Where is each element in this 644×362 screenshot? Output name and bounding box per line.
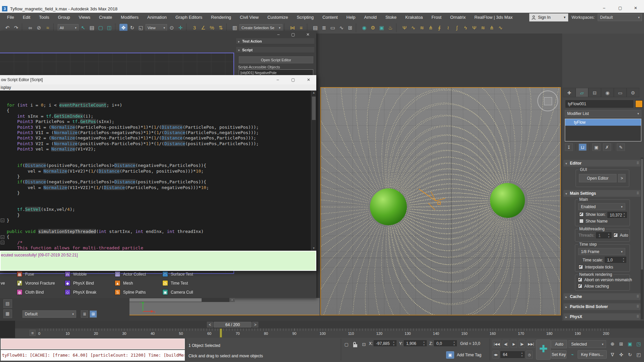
previous-frame-icon[interactable]: ◀| xyxy=(502,340,509,348)
code-editor[interactable]: for (int i = 0; i < eventParticleCount; … xyxy=(0,90,316,251)
drag-handle-icon[interactable] xyxy=(637,160,639,167)
tab-hierarchy[interactable]: ⊟ xyxy=(588,88,601,97)
window-close-button[interactable]: ✕ xyxy=(631,5,641,11)
menu-item-ornatrix[interactable]: Ornatrix xyxy=(446,13,470,22)
depot-item-actor-collect[interactable]: ◫Actor Collect xyxy=(115,269,146,279)
fold-marker[interactable]: – xyxy=(1,219,4,222)
render-setup-icon[interactable]: ⚙ xyxy=(369,24,377,32)
drag-handle-icon[interactable] xyxy=(637,190,639,197)
show-name-checkbox[interactable] xyxy=(579,219,584,223)
plugin-icon-10[interactable]: ≋ xyxy=(479,24,487,32)
viewport-canvas-area[interactable] xyxy=(321,88,560,315)
maxscript-listener-output[interactable]: tyFlow001: [CACHE]: [frame: 64.00] [part… xyxy=(1,350,185,361)
plugin-icon-5[interactable]: ∮ xyxy=(435,24,443,32)
absolute-offset-toggle-icon[interactable]: ⊡ xyxy=(361,341,367,348)
material-editor-icon[interactable]: ◉ xyxy=(360,24,368,32)
spinner-icon[interactable] xyxy=(392,341,396,346)
window-minimize-button[interactable]: – xyxy=(599,5,609,11)
depot-scroll-right-button[interactable]: › xyxy=(229,298,235,302)
active-layer-dropdown[interactable]: Default xyxy=(22,310,76,318)
plugin-icon-8[interactable]: ϟ xyxy=(462,24,470,32)
x-coordinate-field[interactable]: -97,885 xyxy=(374,340,396,346)
menu-item-civil-view[interactable]: Civil View xyxy=(235,13,263,22)
open-editor-more-button[interactable]: > xyxy=(618,174,626,182)
open-script-editor-button[interactable]: Open Script Editor xyxy=(239,56,313,63)
key-mode-dropdown[interactable]: Selected xyxy=(569,340,606,348)
make-unique-icon[interactable]: ▣ xyxy=(592,143,600,151)
menu-item-realflow-3ds-max[interactable]: RealFlow | 3ds Max xyxy=(470,13,517,22)
time-slider-value[interactable]: 64 / 200 xyxy=(214,322,252,327)
rollout-main-settings[interactable]: ▾Main Settings xyxy=(564,190,641,197)
minimize-icon[interactable] xyxy=(275,77,281,82)
drag-handle-icon[interactable] xyxy=(637,313,639,320)
layer-list-icon[interactable]: ≣ xyxy=(81,310,88,318)
y-coordinate-field[interactable]: 1,906 xyxy=(404,340,427,346)
track-bar-ruler[interactable]: 0102030405060708090100110120130140150160… xyxy=(32,328,626,338)
plugin-icon-6[interactable]: ≀ xyxy=(444,24,452,32)
scroll-down-icon[interactable]: ▼ xyxy=(311,246,316,251)
configure-modifier-sets-icon[interactable]: ✎ xyxy=(617,143,625,151)
fold-marker[interactable]: – xyxy=(1,241,4,244)
auto-checkbox[interactable] xyxy=(613,233,618,237)
scroll-thumb[interactable] xyxy=(312,97,316,120)
track-bar[interactable]: ≣ 01020304050607080901001101201301401501… xyxy=(15,328,644,338)
script-editor-menu[interactable]: isplay xyxy=(0,84,316,90)
spinner-icon[interactable] xyxy=(622,257,626,262)
add-time-tag-icon[interactable]: ▣ xyxy=(446,351,454,359)
menu-item-tools[interactable]: Tools xyxy=(35,13,53,22)
selection-lock-icon[interactable] xyxy=(352,341,359,348)
menu-item-file[interactable]: File xyxy=(3,13,18,22)
close-icon[interactable] xyxy=(306,77,312,82)
minimize-icon[interactable] xyxy=(275,32,281,37)
menu-item-rendering[interactable]: Rendering xyxy=(207,13,235,22)
depot-item-mesh[interactable]: ▲Mesh xyxy=(115,279,146,288)
reference-coordinate-dropdown[interactable]: View xyxy=(146,24,167,32)
tab-utilities[interactable]: ⚙ xyxy=(627,88,639,97)
depot-item-voronoi-fracture[interactable]: ▞Voronoi Fracture xyxy=(17,279,55,288)
window-maximize-button[interactable]: ▢ xyxy=(615,5,625,11)
modifier-stack-item-tyflow[interactable]: tyFlow xyxy=(565,119,641,126)
add-time-tag-label[interactable]: Add Time Tag xyxy=(457,353,481,357)
object-color-swatch[interactable] xyxy=(635,100,643,108)
depot-item-camera-cull[interactable]: ▣Camera Cull xyxy=(162,288,193,297)
depot-item-time-test[interactable]: ◷Time Test xyxy=(162,279,193,288)
maxscript-listener-input[interactable] xyxy=(1,339,185,349)
current-frame-marker[interactable] xyxy=(220,328,222,338)
menu-item-modifiers[interactable]: Modifiers xyxy=(116,13,143,22)
plugin-icon-11[interactable]: ⋔ xyxy=(488,24,496,32)
depot-item-cloth-bind[interactable]: ◍Cloth Bind xyxy=(17,288,55,297)
abort-version-checkbox[interactable] xyxy=(578,278,582,282)
rollout-cache[interactable]: ▸Cache xyxy=(564,293,641,300)
named-selection-sets-dropdown[interactable]: Create Selection Se xyxy=(239,24,282,32)
menu-item-graph-editors[interactable]: Graph Editors xyxy=(171,13,207,22)
menu-item-scripting[interactable]: Scripting xyxy=(292,13,318,22)
plugin-icon-7[interactable]: ∫ xyxy=(453,24,461,32)
perspective-viewport[interactable] xyxy=(320,87,561,315)
tyflow-helper-gizmo[interactable] xyxy=(418,185,462,215)
toggle-ribbon-icon[interactable]: ▭ xyxy=(329,24,337,32)
key-step-toggle-icon[interactable]: ⌁ xyxy=(569,351,576,358)
remove-modifier-icon[interactable]: ✗ xyxy=(603,143,611,151)
field-of-view-icon[interactable]: ∇ xyxy=(609,351,616,358)
next-frame-icon[interactable]: |▶ xyxy=(519,340,525,348)
zoom-icon[interactable]: ⊕ xyxy=(609,341,616,347)
show-icon-size-field[interactable]: 10,372 xyxy=(607,212,627,218)
scroll-thumb[interactable] xyxy=(641,159,643,269)
menu-item-edit[interactable]: Edit xyxy=(18,13,35,22)
menu-item-animation[interactable]: Animation xyxy=(143,13,171,22)
menu-item-create[interactable]: Create xyxy=(95,13,116,22)
show-icon-checkbox[interactable] xyxy=(579,212,584,217)
frame-step-icon[interactable]: ◀▶ xyxy=(492,351,499,359)
time-step-dropdown[interactable]: 1/8 Frame xyxy=(578,248,625,255)
depot-item-physx-bind[interactable]: ◆PhysX Bind xyxy=(65,279,96,288)
next-frame-button[interactable]: > xyxy=(252,322,258,327)
depot-item-partial[interactable]: ve xyxy=(1,279,5,288)
set-key-button[interactable]: Set Key xyxy=(551,350,567,359)
depot-item-fuse[interactable]: ▦Fuse xyxy=(17,269,55,279)
menu-item-group[interactable]: Group xyxy=(54,13,74,22)
go-to-end-icon[interactable]: ▶▶| xyxy=(527,340,535,348)
spinner-icon[interactable] xyxy=(622,212,626,218)
open-editor-button[interactable]: Open Editor xyxy=(579,174,616,182)
menu-item-frost[interactable]: Frost xyxy=(427,13,446,22)
menu-item-customize[interactable]: Customize xyxy=(263,13,292,22)
